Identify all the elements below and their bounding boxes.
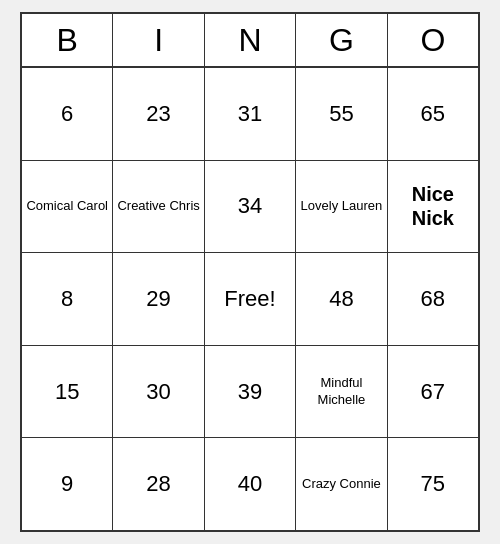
bingo-cell: 34	[205, 161, 296, 253]
bingo-cell: 6	[22, 68, 113, 160]
bingo-cell: Free!	[205, 253, 296, 345]
header-letter: B	[22, 14, 113, 66]
header-letter: I	[113, 14, 204, 66]
bingo-row: 92840Crazy Connie75	[22, 438, 478, 530]
bingo-cell: 15	[22, 346, 113, 438]
bingo-card: BINGO 623315565Comical CarolCreative Chr…	[20, 12, 480, 532]
bingo-header: BINGO	[22, 14, 478, 68]
bingo-cell: 23	[113, 68, 204, 160]
bingo-cell: Comical Carol	[22, 161, 113, 253]
bingo-cell: 31	[205, 68, 296, 160]
bingo-cell: Mindful Michelle	[296, 346, 387, 438]
bingo-cell: 48	[296, 253, 387, 345]
bingo-cell: 65	[388, 68, 478, 160]
header-letter: G	[296, 14, 387, 66]
bingo-cell: 55	[296, 68, 387, 160]
bingo-cell: 28	[113, 438, 204, 530]
bingo-cell: Lovely Lauren	[296, 161, 387, 253]
bingo-row: 829Free!4868	[22, 253, 478, 346]
header-letter: O	[388, 14, 478, 66]
bingo-cell: 40	[205, 438, 296, 530]
bingo-body: 623315565Comical CarolCreative Chris34Lo…	[22, 68, 478, 530]
bingo-cell: Crazy Connie	[296, 438, 387, 530]
bingo-cell: 68	[388, 253, 478, 345]
bingo-cell: Nice Nick	[388, 161, 478, 253]
bingo-cell: 9	[22, 438, 113, 530]
bingo-cell: Creative Chris	[113, 161, 204, 253]
bingo-cell: 75	[388, 438, 478, 530]
bingo-cell: 30	[113, 346, 204, 438]
bingo-row: Comical CarolCreative Chris34Lovely Laur…	[22, 161, 478, 254]
bingo-cell: 29	[113, 253, 204, 345]
header-letter: N	[205, 14, 296, 66]
bingo-row: 153039Mindful Michelle67	[22, 346, 478, 439]
bingo-cell: 39	[205, 346, 296, 438]
bingo-row: 623315565	[22, 68, 478, 161]
bingo-cell: 8	[22, 253, 113, 345]
bingo-cell: 67	[388, 346, 478, 438]
